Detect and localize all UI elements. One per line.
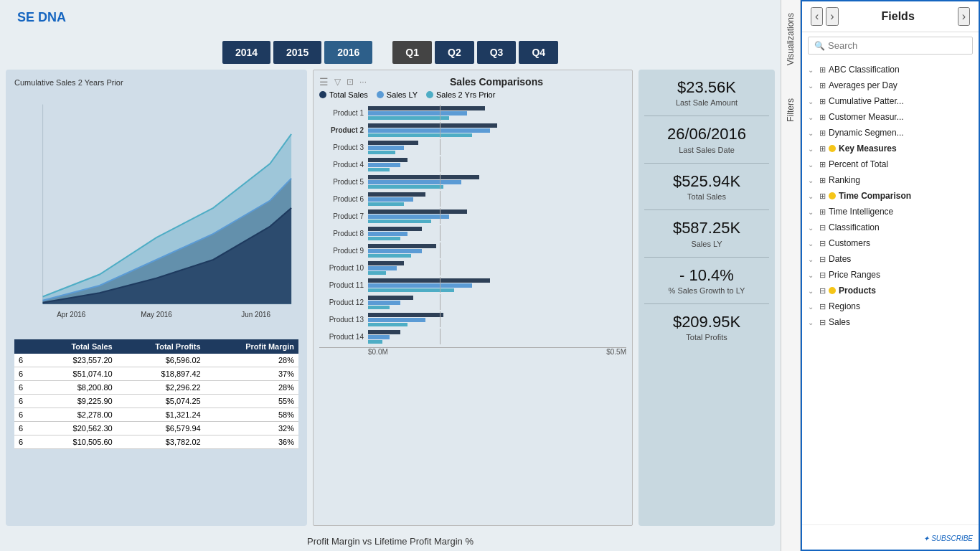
field-item-12[interactable]: ⌄ ⊟ Dates [802, 251, 979, 267]
table-cell-profits: $1,321.24 [117, 408, 205, 422]
search-box[interactable]: 🔍 [808, 37, 973, 55]
col-header-profit-margin: Profit Margin [205, 339, 298, 354]
close-panel-button[interactable]: › [958, 7, 970, 26]
field-item-10[interactable]: ⌄ ⊟ Classification [802, 220, 979, 235]
year-2015-button[interactable]: 2015 [273, 41, 321, 64]
field-item-7[interactable]: ⌄ ⊞ Ranking [802, 172, 979, 188]
field-item-16[interactable]: ⌄ ⊟ Sales [802, 314, 979, 330]
q2-button[interactable]: Q2 [435, 41, 474, 64]
q1-button[interactable]: Q1 [392, 41, 432, 64]
grid-line [440, 260, 440, 276]
table-row: 6 $8,200.80 $2,296.22 28% [14, 381, 298, 395]
table-cell-sales: $20,562.30 [36, 422, 117, 435]
field-item-1[interactable]: ⌄ ⊞ Averages per Day [802, 77, 979, 93]
stat-divider [644, 163, 769, 164]
panel-title-icon: ▽ [334, 77, 341, 87]
field-item-9[interactable]: ⌄ ⊞ Time Intelligence [802, 204, 979, 220]
bar-label: Product 3 [319, 143, 368, 151]
stat-divider [644, 303, 769, 304]
field-item-4[interactable]: ⌄ ⊞ Dynamic Segmen... [802, 125, 979, 141]
yellow-dot [829, 192, 836, 199]
subscribe-logo: ✦ SUBSCRIBE [923, 534, 973, 542]
legend: Total Sales Sales LY Sales 2 Yrs Prior [319, 90, 626, 99]
field-item-14[interactable]: ⌄ ⊟ Products [802, 283, 979, 298]
field-item-15[interactable]: ⌄ ⊟ Regions [802, 298, 979, 314]
field-name: Customers [829, 238, 870, 248]
filters-tab[interactable]: Filters [786, 93, 796, 128]
table-cell-profits: $5,074.25 [117, 395, 205, 408]
bar-ly [368, 283, 472, 288]
field-name: Dates [829, 254, 851, 264]
field-name: Classification [829, 222, 880, 232]
table-row: 6 $51,074.10 $18,897.42 37% [14, 367, 298, 381]
table-cell-margin: 36% [205, 435, 298, 449]
field-item-8[interactable]: ⌄ ⊞ Time Comparison [802, 188, 979, 204]
grid-line [440, 294, 440, 310]
bar-row: Product 3 [319, 139, 626, 155]
col-header-total-profits: Total Profits [117, 339, 205, 354]
chevron-icon: ⌄ [808, 161, 816, 169]
bar-total [368, 209, 467, 214]
stat-item-5: $209.95K Total Profits [644, 313, 769, 342]
bars-wrapper [368, 225, 626, 241]
field-item-3[interactable]: ⌄ ⊞ Customer Measur... [802, 109, 979, 125]
field-item-6[interactable]: ⌄ ⊞ Percent of Total [802, 156, 979, 172]
field-name: Products [839, 286, 876, 296]
field-item-0[interactable]: ⌄ ⊞ ABC Classification [802, 62, 979, 77]
chevron-icon: ⌄ [808, 176, 816, 184]
bar-ly [368, 232, 407, 236]
visualizations-tab[interactable]: Visualizations [786, 7, 796, 71]
field-name: Dynamic Segmen... [829, 128, 904, 138]
bar-ly [368, 301, 400, 305]
field-name: Key Measures [839, 143, 897, 154]
bar-label: Product 1 [319, 109, 368, 117]
bar-total [368, 106, 485, 110]
field-name: Time Comparison [839, 191, 911, 201]
data-table-container: Total Sales Total Profits Profit Margin … [14, 339, 298, 449]
bottom-title: Profit Margin vs Lifetime Profit Margin … [0, 532, 781, 551]
svg-text:May 2016: May 2016 [141, 311, 172, 319]
bars-wrapper [368, 122, 626, 138]
left-chart-title: Cumulative Sales 2 Years Prior [14, 78, 298, 87]
table-cell-sales: $51,074.10 [36, 367, 117, 381]
col-header-0 [14, 339, 36, 354]
legend-ly-label: Sales LY [387, 90, 418, 99]
measure-icon: ⊞ [819, 81, 826, 90]
q3-button[interactable]: Q3 [477, 41, 517, 64]
bar-total [368, 330, 400, 334]
bar-row: Product 14 [319, 329, 626, 344]
field-item-13[interactable]: ⌄ ⊟ Price Ranges [802, 267, 979, 283]
year-2016-button[interactable]: 2016 [324, 41, 372, 64]
field-item-5[interactable]: ⌄ ⊞ Key Measures [802, 141, 979, 156]
cumulative-chart-panel: Cumulative Sales 2 Years Prior Apr [6, 70, 307, 526]
chevron-icon: ⌄ [808, 255, 816, 263]
grid-line [440, 208, 440, 224]
fields-panel: ‹ › Fields › 🔍 ⌄ ⊞ ABC Classification ⌄ … [801, 0, 980, 551]
field-item-11[interactable]: ⌄ ⊟ Customers [802, 235, 979, 251]
year-2014-button[interactable]: 2014 [222, 41, 270, 64]
stat-label-5: Total Profits [644, 333, 769, 342]
bar-label: Product 9 [319, 247, 368, 255]
q4-button[interactable]: Q4 [519, 41, 558, 64]
table-cell: 6 [14, 354, 36, 367]
chevron-icon: ⌄ [808, 82, 816, 90]
field-name: Sales [829, 317, 850, 327]
chevron-icon: ⌄ [808, 224, 816, 232]
bar-ly [368, 215, 449, 219]
cumulative-chart-svg: Apr 2016 May 2016 Jun 2016 [14, 90, 298, 334]
bar-total [368, 158, 407, 162]
nav-forward-button[interactable]: › [826, 7, 838, 26]
bar-label: Product 13 [319, 316, 368, 324]
chevron-icon: ⌄ [808, 145, 816, 153]
table-row: 6 $9,225.90 $5,074.25 55% [14, 395, 298, 408]
field-item-2[interactable]: ⌄ ⊞ Cumulative Patter... [802, 93, 979, 109]
stat-label-1: Last Sales Date [644, 146, 769, 154]
nav-back-button[interactable]: ‹ [811, 7, 823, 26]
table-cell: 6 [14, 381, 36, 395]
grid-line [440, 139, 440, 155]
col-header-total-sales: Total Sales [36, 339, 117, 354]
legend-total-sales: Total Sales [319, 90, 368, 99]
chevron-icon: ⌄ [808, 129, 816, 137]
fields-list: ⌄ ⊞ ABC Classification ⌄ ⊞ Averages per … [802, 59, 979, 524]
search-input[interactable] [828, 40, 966, 51]
